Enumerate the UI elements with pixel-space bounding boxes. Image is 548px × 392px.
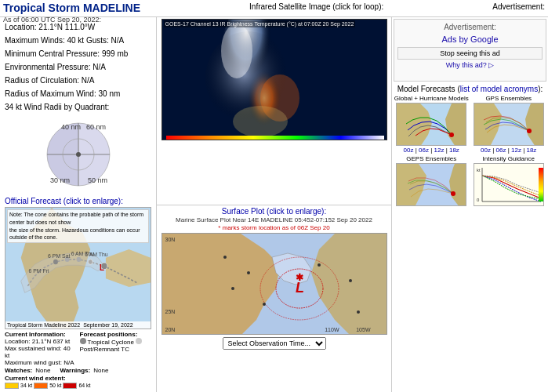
svg-text:50 nm: 50 nm: [88, 176, 107, 184]
global-label: Global + Hurricane Models: [394, 95, 469, 102]
forecast-positions-text: Tropical Cyclone Post/Remnant TC: [80, 338, 152, 353]
storm-radius-circulation: Radius of Circulation: N/A: [5, 74, 151, 87]
wind-radii-diagram: 60 nm 40 nm 50 nm 30 nm: [5, 115, 151, 194]
current-wind-extent-label: Current wind extent:: [5, 375, 66, 382]
svg-point-37: [349, 279, 352, 282]
ad-why[interactable]: Why this ad? ▷: [397, 61, 543, 69]
svg-rect-27: [166, 136, 384, 140]
storm-max-winds: Maximum Winds: 40 kt Gusts: N/A: [5, 34, 151, 47]
forecast-positions-label: Forecast positions:: [80, 331, 152, 338]
svg-point-11: [88, 260, 93, 264]
gps-links: 00z | 06z | 12z | 18z: [481, 147, 536, 154]
forecast-legend-date2: September 19, 2022: [83, 322, 132, 328]
model-link[interactable]: list of model acronyms: [460, 85, 538, 93]
wind-extent-34kt: 34 kt: [20, 383, 32, 389]
wind-radii-svg: 60 nm 40 nm 50 nm 30 nm: [39, 115, 118, 194]
svg-rect-51: [539, 168, 543, 201]
global-link-00z[interactable]: 00z: [404, 147, 414, 154]
forecast-note: Note: The cone contains the probable pat…: [9, 211, 147, 227]
svg-point-38: [357, 310, 360, 314]
surface-map[interactable]: L ✱: [161, 233, 387, 335]
gps-link-00z[interactable]: 00z: [481, 147, 491, 154]
ad-google: Ads by Google: [397, 34, 543, 44]
gps-link-18z[interactable]: 18z: [526, 147, 536, 154]
storm-env-pressure: Environmental Pressure: N/A: [5, 60, 151, 74]
surface-subtitle: Marine Surface Plot Near 14E MADELINE 05…: [176, 216, 372, 223]
svg-text:6 PM Fri: 6 PM Fri: [29, 268, 49, 274]
warnings-label: Warnings:: [60, 367, 90, 374]
global-link-06z[interactable]: 06z: [419, 147, 429, 154]
geps-label: GEPS Ensembles: [406, 155, 456, 162]
surface-time-select[interactable]: Select Observation Time...: [223, 337, 326, 350]
storm-info-block: Location: 21.1°N 111.0°W Maximum Winds: …: [5, 20, 151, 114]
satellite-timestamp: GOES-17 Channel 13 IR Brightness Tempera…: [165, 21, 354, 27]
satellite-image-container[interactable]: GOES-17 Channel 13 IR Brightness Tempera…: [161, 19, 387, 140]
wind-extent-50kt: 50 kt: [49, 383, 61, 389]
svg-point-35: [263, 303, 266, 306]
ad-section-header-label: Advertisement:: [492, 2, 545, 11]
svg-point-14: [53, 260, 58, 264]
forecast-legend-date: Tropical Storm Madeline 2022: [7, 322, 80, 328]
intensity-section: Intensity Guidance: [471, 155, 547, 206]
svg-point-24: [221, 24, 252, 78]
watches-label: Watches:: [5, 367, 32, 374]
svg-point-33: [247, 271, 250, 274]
global-hurricane-section: Global + Hurricane Models: [394, 95, 470, 154]
current-info-label: Current Information:: [5, 331, 77, 338]
gps-link-12z[interactable]: 12z: [511, 147, 521, 154]
ad-stop-btn[interactable]: Stop seeing this ad: [397, 47, 543, 60]
global-links: 00z | 06z | 12z | 18z: [404, 147, 459, 154]
model-forecasts-section: Model Forecasts (list of model acronyms)…: [394, 85, 546, 390]
svg-point-41: [449, 132, 454, 137]
gps-ensembles-section: GPS Ensembles: [471, 95, 547, 154]
satellite-section-label: Infrared Satellite Image (click for loop…: [249, 2, 383, 11]
svg-text:L: L: [100, 263, 104, 271]
surface-link[interactable]: * marks storm location as of 06Z Sep 20: [218, 224, 329, 231]
storm-title: Tropical Storm MADELINE: [3, 2, 140, 14]
svg-point-7: [76, 152, 81, 157]
global-thumb[interactable]: [396, 103, 466, 146]
global-link-18z[interactable]: 18z: [449, 147, 459, 154]
svg-text:40 nm: 40 nm: [61, 123, 81, 131]
global-link-12z[interactable]: 12z: [434, 147, 445, 154]
gps-label: GPS Ensembles: [485, 95, 532, 102]
storm-radius-max-wind: Radius of Maximum Wind: 30 nm: [5, 87, 151, 100]
svg-text:✱: ✱: [296, 272, 303, 283]
svg-point-43: [527, 129, 532, 133]
svg-text:6 PM Sat: 6 PM Sat: [48, 252, 70, 259]
wind-extent-64kt: 64 kt: [78, 383, 90, 389]
svg-point-36: [318, 263, 321, 267]
forecast-map-container[interactable]: L 6 AM Thu 6 AM Thu 6 PM Sat 6 PM Fri No…: [5, 207, 151, 329]
ad-section: Advertisement: Ads by Google Stop seeing…: [394, 19, 546, 82]
geps-thumb[interactable]: [396, 163, 466, 206]
model-label-end: ):: [538, 85, 543, 93]
svg-text:kt: kt: [477, 168, 481, 172]
surface-label[interactable]: Surface Plot (click to enlarge):: [222, 207, 326, 216]
svg-point-32: [223, 256, 227, 259]
forecast-note2: the size of the storm. Hazardous conditi…: [9, 227, 147, 242]
svg-point-12: [77, 257, 82, 262]
model-label: Model Forecasts (: [397, 85, 460, 93]
current-info-text: Location: 21.1°N 637 ktMax sustained win…: [5, 338, 77, 366]
watches-none: None: [35, 367, 50, 374]
gps-link-06z[interactable]: 06z: [496, 147, 506, 154]
geps-section: GEPS Ensembles: [394, 155, 470, 206]
svg-text:6 AM Thu: 6 AM Thu: [71, 250, 94, 256]
intensity-thumb[interactable]: kt 0: [474, 163, 544, 206]
gps-thumb[interactable]: [474, 103, 544, 146]
warnings-none: None: [93, 367, 108, 374]
svg-text:60 nm: 60 nm: [86, 123, 106, 131]
svg-point-45: [451, 191, 455, 196]
forecast-map-label[interactable]: Official Forecast (click to enlarge):: [5, 197, 151, 205]
svg-text:30 nm: 30 nm: [50, 176, 70, 184]
storm-wind-radii-label: 34 kt Wind Radii by Quadrant:: [5, 100, 151, 114]
storm-location: Location: 21.1°N 111.0°W: [5, 20, 151, 34]
intensity-label: Intensity Guidance: [483, 155, 535, 162]
ad-label: Advertisement:: [397, 23, 543, 31]
storm-min-pressure: Minimum Central Pressure: 999 mb: [5, 47, 151, 60]
svg-point-26: [233, 106, 288, 137]
svg-point-34: [231, 287, 234, 290]
